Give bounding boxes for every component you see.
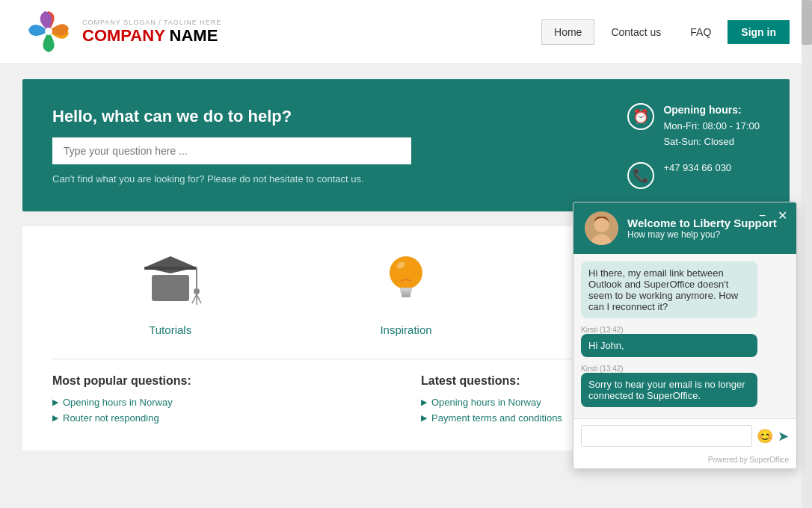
opening-hours-row: ⏰ Opening hours: Mon-Fri: 08:00 - 17:00 … — [627, 102, 760, 149]
inspiration-icon-wrap — [369, 249, 443, 316]
svg-rect-1 — [152, 275, 189, 301]
header: COMPANY SLOGAN / TAGLINE HERE COMPANY NA… — [0, 0, 812, 64]
chat-message-agent-2: Sorry to hear your email is no longer co… — [581, 373, 757, 407]
hero-hint: Can't find what you are looking for? Ple… — [52, 173, 627, 185]
logo-name: COMPANY NAME — [82, 26, 221, 46]
svg-rect-3 — [144, 267, 197, 270]
popular-questions-col: Most popular questions: ▶ Opening hours … — [52, 374, 391, 428]
svg-point-0 — [45, 28, 52, 35]
logo-slogan: COMPANY SLOGAN / TAGLINE HERE — [82, 19, 221, 26]
scrollbar-thumb[interactable] — [802, 0, 812, 45]
hero-section: Hello, what can we do to help? Can't fin… — [22, 79, 790, 211]
send-button[interactable]: ➤ — [778, 428, 789, 444]
chat-controls: − ✕ — [756, 208, 790, 223]
tutorials-icon-wrap — [133, 249, 208, 316]
chat-input-area: 😊 ➤ — [573, 418, 796, 453]
chat-message-agent-1-wrap: Kirsti (13:42) Hi John, — [581, 324, 789, 357]
logo-icon — [22, 7, 75, 56]
scrollbar-track — [802, 0, 812, 508]
nav: Home Contact us FAQ Sign in — [541, 19, 790, 45]
chat-message-agent-2-wrap: Kirsti (13:42) Sorry to hear your email … — [581, 363, 789, 407]
chat-header: Welcome to Liberty Support How may we he… — [573, 202, 796, 254]
chat-messages: Hi there, my email link between Outlook … — [573, 254, 796, 418]
inspiration-label: Inspiration — [380, 323, 431, 336]
popular-q-2[interactable]: ▶ Router not responding — [52, 412, 391, 424]
signin-button[interactable]: Sign in — [728, 20, 790, 44]
phone-icon: 📞 — [627, 162, 654, 189]
chat-input[interactable] — [581, 425, 752, 447]
arrow-icon-3: ▶ — [421, 397, 427, 407]
category-inspiration[interactable]: Inspiration — [369, 249, 443, 336]
logo-area: COMPANY SLOGAN / TAGLINE HERE COMPANY NA… — [22, 7, 221, 56]
phone-text: +47 934 66 030 — [663, 161, 731, 176]
agent-meta-1: Kirsti (13:42) — [581, 326, 789, 334]
agent-meta-2: Kirsti (13:42) — [581, 365, 789, 373]
svg-point-5 — [194, 288, 200, 294]
svg-marker-2 — [144, 256, 197, 273]
lightbulb-icon — [380, 249, 432, 316]
svg-point-9 — [390, 256, 422, 289]
avatar — [585, 211, 618, 245]
hero-right: ⏰ Opening hours: Mon-Fri: 08:00 - 17:00 … — [627, 102, 760, 189]
chat-widget: Welcome to Liberty Support How may we he… — [573, 202, 797, 469]
opening-hours-text: Opening hours: Mon-Fri: 08:00 - 17:00 Sa… — [663, 102, 760, 149]
arrow-icon-4: ▶ — [421, 413, 427, 423]
nav-home[interactable]: Home — [541, 19, 594, 45]
svg-rect-11 — [401, 291, 411, 294]
arrow-icon-2: ▶ — [52, 413, 58, 423]
nav-faq[interactable]: FAQ — [677, 19, 724, 45]
popular-questions-title: Most popular questions: — [52, 374, 391, 388]
graduation-cap-icon — [137, 253, 204, 312]
chat-message-user: Hi there, my email link between Outlook … — [581, 261, 757, 318]
svg-rect-10 — [400, 288, 412, 291]
close-button[interactable]: ✕ — [775, 208, 790, 223]
chat-message-agent-1: Hi John, — [581, 334, 757, 357]
nav-contact[interactable]: Contact us — [598, 19, 674, 45]
search-input[interactable] — [52, 137, 411, 164]
popular-q-1[interactable]: ▶ Opening hours in Norway — [52, 397, 391, 408]
clock-icon: ⏰ — [627, 103, 654, 130]
hero-title: Hello, what can we do to help? — [52, 107, 627, 126]
category-tutorials[interactable]: Tutorials — [133, 249, 208, 336]
chat-footer: Powered by SuperOffice — [573, 453, 796, 468]
chat-header-info: Welcome to Liberty Support How may we he… — [627, 217, 777, 240]
chat-header-sub: How may we help you? — [627, 229, 777, 240]
svg-line-6 — [192, 294, 197, 303]
hero-left: Hello, what can we do to help? Can't fin… — [52, 107, 627, 185]
tutorials-label: Tutorials — [149, 323, 191, 336]
svg-line-8 — [197, 294, 201, 303]
arrow-icon-1: ▶ — [52, 397, 58, 407]
emoji-button[interactable]: 😊 — [757, 428, 773, 444]
logo-text-area: COMPANY SLOGAN / TAGLINE HERE COMPANY NA… — [82, 19, 221, 46]
svg-rect-12 — [402, 294, 410, 297]
minimize-button[interactable]: − — [756, 208, 769, 223]
chat-header-title: Welcome to Liberty Support — [627, 217, 777, 229]
phone-row: 📞 +47 934 66 030 — [627, 161, 731, 189]
